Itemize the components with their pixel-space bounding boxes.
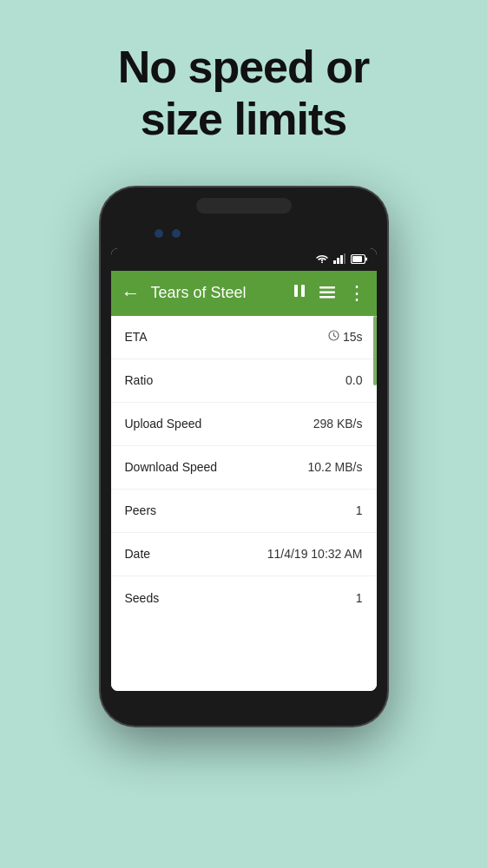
phone-screen: ← Tears of Steel ⋮ <box>111 248 377 691</box>
info-label: Peers <box>125 503 157 517</box>
info-value: 0.0 <box>346 373 362 387</box>
app-toolbar: ← Tears of Steel ⋮ <box>111 271 377 316</box>
info-label: ETA <box>125 330 148 344</box>
wifi-icon <box>316 253 328 266</box>
table-row: Seeds1 <box>111 576 377 620</box>
list-button[interactable] <box>319 283 335 303</box>
info-value: 15s <box>328 330 363 344</box>
headline: No speed or size limits <box>70 42 418 146</box>
table-row: Date11/4/19 10:32 AM <box>111 533 377 576</box>
svg-rect-10 <box>319 286 335 289</box>
info-label: Seeds <box>125 591 160 605</box>
more-button[interactable]: ⋮ <box>347 284 366 303</box>
status-bar <box>111 248 377 271</box>
info-label: Ratio <box>125 373 154 387</box>
info-value: 1 <box>356 503 363 517</box>
signal-icon <box>333 252 346 267</box>
table-row: ETA15s <box>111 316 377 359</box>
table-row: Peers1 <box>111 490 377 533</box>
clock-icon <box>328 330 339 344</box>
info-label: Upload Speed <box>125 417 202 431</box>
svg-rect-3 <box>340 255 343 264</box>
svg-rect-1 <box>333 260 336 264</box>
svg-point-0 <box>321 261 323 263</box>
table-row: Ratio0.0 <box>111 359 377 403</box>
phone-camera-dot-right <box>172 229 181 238</box>
phone-camera-dot-left <box>155 229 163 238</box>
info-label: Date <box>125 547 151 561</box>
svg-rect-12 <box>319 296 335 299</box>
svg-rect-7 <box>365 257 367 260</box>
info-value: 298 KB/s <box>313 417 363 431</box>
info-value: 1 <box>356 591 363 605</box>
scroll-indicator <box>373 248 377 691</box>
info-value: 10.2 MB/s <box>307 460 362 474</box>
svg-rect-2 <box>337 258 339 264</box>
table-row: Download Speed10.2 MB/s <box>111 446 377 490</box>
info-value: 11/4/19 10:32 AM <box>267 547 363 561</box>
svg-rect-4 <box>344 253 346 264</box>
table-row: Upload Speed298 KB/s <box>111 403 377 446</box>
toolbar-actions: ⋮ <box>292 283 366 303</box>
pause-button[interactable] <box>292 283 307 303</box>
info-list: ETA15sRatio0.0Upload Speed298 KB/sDownlo… <box>111 316 377 691</box>
svg-rect-6 <box>352 256 362 262</box>
back-button[interactable]: ← <box>122 282 141 305</box>
toolbar-title: Tears of Steel <box>151 284 292 302</box>
battery-icon <box>351 252 368 267</box>
svg-rect-8 <box>294 285 298 297</box>
info-label: Download Speed <box>125 460 218 474</box>
svg-rect-11 <box>319 292 335 294</box>
svg-rect-9 <box>301 285 305 297</box>
scroll-thumb <box>373 316 377 385</box>
phone-camera-bar <box>196 198 292 214</box>
phone-mockup: ← Tears of Steel ⋮ <box>101 187 387 726</box>
